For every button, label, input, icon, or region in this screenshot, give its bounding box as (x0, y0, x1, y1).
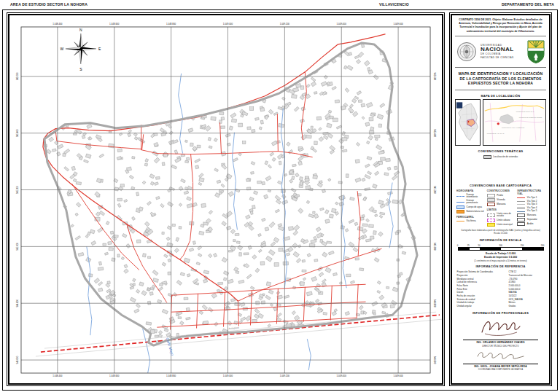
y-coordinate-label: 945.200 (433, 186, 436, 194)
stream-line (307, 339, 311, 370)
legend-column: INFRAESTRUCTURA VIALVía Tipo 1Vía Tipo 2… (517, 189, 545, 227)
building (223, 278, 226, 281)
legend-swatch (517, 213, 525, 217)
unal-logo-icon (456, 39, 478, 64)
building (144, 163, 147, 166)
building (313, 211, 316, 213)
legend-item: Límite zona de estudio (487, 213, 515, 218)
building (221, 126, 225, 129)
compass-rose-icon: NSEW (61, 28, 102, 71)
building (192, 241, 195, 245)
building (252, 130, 255, 133)
reference-value: Grados (509, 305, 545, 308)
legend-swatch (487, 213, 495, 217)
building (247, 127, 251, 130)
colombia-inset-map (455, 99, 481, 146)
building (288, 227, 293, 231)
legend-item: Límite urbano (487, 219, 515, 222)
x-coordinate-label: 1.048.800 (166, 375, 176, 377)
building (311, 126, 313, 130)
legend-item-label: Localización de viviendas (493, 156, 518, 158)
legend-column: HIDROGRAFÍADrenaje intermitenteDrenaje p… (456, 189, 484, 227)
building (156, 176, 160, 179)
building (154, 133, 158, 136)
villavicencio-shield-icon (526, 39, 545, 64)
x-coordinate-label: 1.049.600 (393, 375, 403, 377)
legend-panel: CONTRATO 1556 DE 2021. Objeto: Elaborar … (449, 12, 552, 386)
contract-text: CONTRATO 1556 DE 2021. Objeto: Elaborar … (455, 17, 546, 34)
map-sheet: { "page": { "header_left": "AREA DE ESTU… (0, 0, 560, 392)
building (341, 106, 346, 110)
building (203, 321, 208, 324)
signature-1-icon (479, 318, 523, 337)
legend-column-subheader: LÍMITES (487, 208, 515, 211)
university-line2: NACIONAL (481, 47, 525, 52)
logos-row: UNIVERSIDAD NACIONAL DE COLOMBIA FACULTA… (455, 38, 546, 66)
location-maps: MUNICIPIO CUMARAL MUNICIPIO PUERTO LÓPEZ… (455, 99, 546, 146)
building (320, 239, 323, 242)
legend-item-label: Predio (497, 195, 503, 197)
scale-print: Escala de Impresión 1:5.000 (455, 256, 546, 259)
building (162, 162, 165, 166)
building (346, 174, 349, 178)
tematicas-legend: Localización de viviendas (455, 154, 546, 160)
building (257, 181, 262, 183)
building (98, 262, 101, 265)
building (260, 108, 265, 111)
building (252, 319, 257, 322)
building (112, 258, 115, 262)
building (359, 268, 364, 271)
scale-bar: 02550100150200 m (458, 244, 544, 251)
legend-swatch (517, 211, 525, 212)
building (76, 181, 81, 185)
building (117, 198, 122, 201)
building (142, 254, 146, 257)
building (302, 270, 306, 272)
building (160, 283, 163, 286)
building (252, 205, 256, 208)
legend-item: Cuerpo de agua (456, 205, 484, 209)
building (228, 250, 233, 252)
study-area-dot (497, 122, 499, 125)
section-referencia-header: INFORMACIÓN DE REFERENCIA (455, 264, 546, 268)
building (384, 173, 389, 176)
building (149, 292, 153, 296)
building (132, 156, 135, 159)
legend-item: Separador (517, 218, 545, 222)
x-coordinate-label: 1.049.200 (280, 375, 290, 377)
building (375, 135, 380, 138)
legend-swatch (487, 223, 495, 227)
map-frame-inner: 1.048.4001.048.4001.048.6001.048.6001.04… (8, 14, 443, 385)
legend-item-label: Vía Tipo 5 (527, 210, 537, 212)
building (369, 117, 373, 121)
building (219, 112, 224, 115)
legend-swatch (517, 218, 525, 222)
section-escala-header: INFORMACIÓN DE ESCALA (455, 238, 546, 242)
y-coordinate-label: 945.200 (16, 186, 19, 194)
building (341, 146, 344, 149)
building (155, 335, 158, 337)
building (190, 143, 194, 146)
legend-item-label: Límite urbano (497, 219, 510, 222)
building (361, 44, 364, 47)
building (231, 119, 236, 122)
scale-bar-graphic (458, 247, 544, 251)
building (110, 231, 113, 234)
building (236, 241, 240, 244)
building (113, 235, 118, 238)
building (360, 217, 364, 221)
x-coordinate-label: 1.048.600 (109, 23, 120, 26)
legend-column-header: HIDROGRAFÍA (456, 189, 484, 192)
building (375, 138, 378, 141)
legend-item: Andén (517, 222, 545, 226)
building (148, 288, 150, 290)
base-note: Cartografía base elaborada a partir de o… (458, 230, 543, 235)
legend-swatch (456, 202, 464, 203)
building (279, 248, 283, 251)
building (233, 240, 236, 242)
map-frame: 1.048.4001.048.4001.048.6001.048.6001.04… (7, 12, 445, 386)
legend-swatch (487, 219, 495, 222)
building (300, 177, 303, 181)
building (235, 233, 239, 235)
legend-swatch (456, 205, 464, 209)
